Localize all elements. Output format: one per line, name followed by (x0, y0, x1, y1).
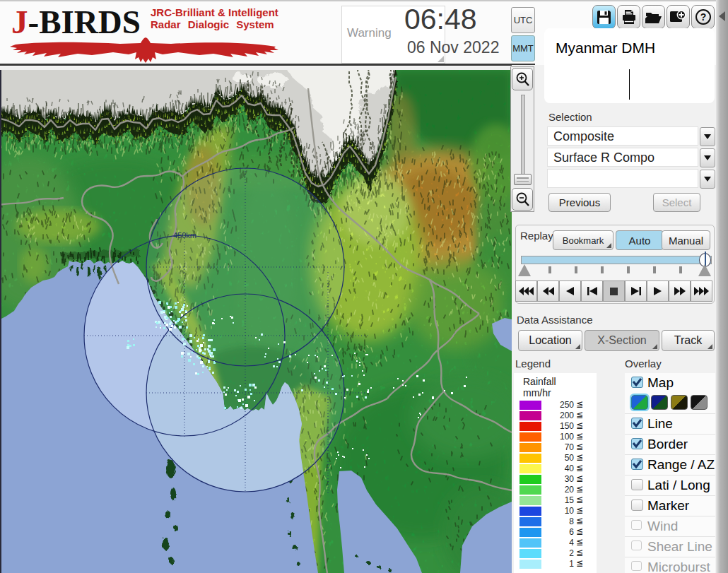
svg-text:450km: 450km (173, 231, 196, 240)
svg-text:?: ? (700, 11, 706, 23)
